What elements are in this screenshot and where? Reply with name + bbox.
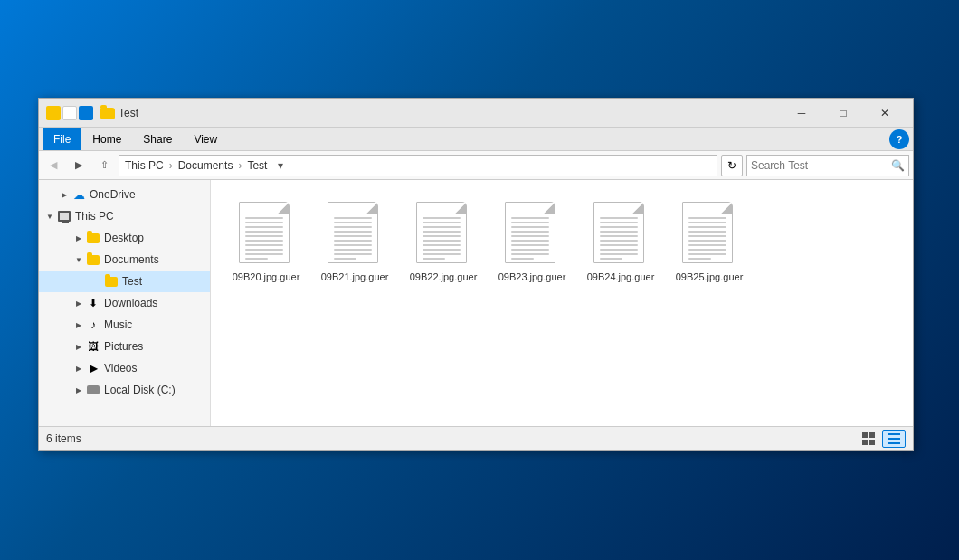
- music-icon: ♪: [86, 318, 100, 332]
- breadcrumb-documents[interactable]: Documents: [178, 159, 233, 172]
- sidebar-label-pictures: Pictures: [104, 340, 143, 353]
- sidebar-label-localdisk: Local Disk (C:): [104, 384, 176, 396]
- help-button[interactable]: ?: [889, 129, 909, 149]
- maximize-button[interactable]: □: [822, 99, 864, 128]
- titlebar-action-blue[interactable]: [79, 106, 93, 120]
- address-bar: ◀ ▶ ⇧ This PC › Documents › Test ▾ ↻ 🔍: [39, 151, 913, 180]
- file-line: [600, 244, 638, 246]
- file-item[interactable]: 09B20.jpg.guer: [225, 195, 307, 290]
- file-line: [423, 222, 461, 223]
- file-line: [334, 240, 372, 242]
- file-icon: [682, 202, 736, 267]
- file-icon: [328, 202, 382, 267]
- sidebar-label-music: Music: [104, 318, 132, 331]
- toggle-documents[interactable]: ▼: [71, 252, 86, 267]
- file-line: [511, 235, 549, 237]
- desktop-folder-icon: [86, 231, 100, 245]
- file-line: [334, 244, 372, 246]
- videos-icon: ▶: [86, 361, 100, 375]
- sidebar-label-thispc: This PC: [75, 210, 114, 223]
- toggle-desktop[interactable]: ▶: [71, 231, 86, 245]
- sidebar-item-downloads[interactable]: ▶ ⬇ Downloads: [39, 292, 210, 314]
- breadcrumb-test[interactable]: Test: [247, 159, 267, 172]
- close-button[interactable]: ✕: [864, 99, 906, 128]
- sidebar-item-test[interactable]: Test: [39, 271, 210, 292]
- file-item[interactable]: 09B22.jpg.guer: [403, 195, 484, 290]
- forward-button[interactable]: ▶: [68, 155, 90, 176]
- svg-rect-4: [888, 433, 900, 435]
- address-dropdown-arrow[interactable]: ▾: [271, 155, 289, 176]
- sidebar-item-documents[interactable]: ▼ Documents: [39, 249, 210, 271]
- file-name: 09B20.jpg.guer: [233, 271, 300, 283]
- svg-rect-5: [888, 438, 900, 440]
- menu-tab-home[interactable]: Home: [81, 128, 132, 150]
- address-input[interactable]: This PC › Documents › Test ▾: [119, 155, 717, 176]
- titlebar-action-white[interactable]: [62, 106, 77, 120]
- toggle-thispc[interactable]: ▼: [43, 209, 57, 223]
- search-box[interactable]: 🔍: [746, 155, 909, 176]
- file-line: [334, 222, 372, 223]
- minimize-button[interactable]: ─: [781, 99, 822, 128]
- file-item[interactable]: 09B21.jpg.guer: [314, 195, 395, 290]
- file-line: [423, 253, 461, 255]
- file-item[interactable]: 09B24.jpg.guer: [580, 195, 661, 290]
- toggle-onedrive[interactable]: ▶: [57, 187, 71, 202]
- file-line: [334, 235, 372, 237]
- main-area: ▶ ☁ OneDrive ▼ This PC ▶: [39, 180, 913, 426]
- file-line: [688, 226, 726, 228]
- svg-rect-2: [862, 440, 868, 445]
- menu-tab-share[interactable]: Share: [132, 128, 183, 150]
- file-line: [245, 231, 283, 233]
- file-line: [245, 240, 283, 242]
- toggle-downloads[interactable]: ▶: [71, 296, 86, 310]
- file-lines: [688, 217, 726, 262]
- list-view-button[interactable]: [882, 430, 906, 448]
- sidebar-item-localdisk[interactable]: ▶ Local Disk (C:): [39, 379, 210, 401]
- file-line: [600, 231, 638, 233]
- sidebar-item-desktop[interactable]: ▶ Desktop: [39, 227, 210, 249]
- breadcrumb-thispc[interactable]: This PC: [125, 159, 164, 172]
- sidebar-label-onedrive: OneDrive: [90, 188, 136, 201]
- file-page: [593, 202, 644, 263]
- toggle-pictures[interactable]: ▶: [71, 339, 86, 354]
- search-button[interactable]: 🔍: [891, 159, 905, 172]
- file-item[interactable]: 09B25.jpg.guer: [669, 195, 750, 290]
- titlebar-action-yellow[interactable]: [46, 106, 61, 120]
- sidebar-item-videos[interactable]: ▶ ▶ Videos: [39, 357, 210, 379]
- svg-rect-3: [869, 440, 875, 445]
- file-line: [245, 253, 283, 255]
- file-line: [511, 217, 549, 219]
- menu-tab-view[interactable]: View: [183, 128, 228, 150]
- file-line: [688, 244, 726, 246]
- toggle-localdisk[interactable]: ▶: [71, 383, 86, 397]
- view-toggles: [857, 430, 906, 448]
- title-bar: Test ─ □ ✕: [39, 99, 913, 128]
- toggle-music[interactable]: ▶: [71, 318, 86, 332]
- file-line: [511, 244, 549, 246]
- menu-tab-file[interactable]: File: [43, 128, 81, 150]
- file-line: [423, 217, 461, 219]
- folder-icon: [100, 108, 115, 119]
- file-line: [423, 249, 461, 251]
- sidebar-item-music[interactable]: ▶ ♪ Music: [39, 314, 210, 336]
- grid-view-button[interactable]: [857, 430, 880, 448]
- refresh-button[interactable]: ↻: [721, 155, 743, 176]
- file-icon: [239, 202, 293, 267]
- list-view-icon: [888, 432, 900, 445]
- file-line: [688, 217, 726, 219]
- sidebar-item-pictures[interactable]: ▶ 🖼 Pictures: [39, 336, 210, 357]
- sidebar-item-onedrive[interactable]: ▶ ☁ OneDrive: [39, 184, 210, 205]
- file-page: [416, 202, 467, 263]
- file-explorer-window: Test ─ □ ✕ File Home Share View ? ◀ ▶ ⇧ …: [38, 98, 914, 451]
- thispc-icon: [57, 209, 71, 223]
- file-line: [423, 244, 461, 246]
- toggle-videos[interactable]: ▶: [71, 361, 86, 375]
- file-item[interactable]: 09B23.jpg.guer: [491, 195, 573, 290]
- search-input[interactable]: [751, 159, 891, 172]
- sidebar-item-thispc[interactable]: ▼ This PC: [39, 205, 210, 227]
- documents-folder-icon: [86, 252, 100, 267]
- back-button[interactable]: ◀: [43, 155, 64, 176]
- file-page: [682, 202, 733, 263]
- up-button[interactable]: ⇧: [93, 155, 115, 176]
- downloads-icon: ⬇: [86, 296, 100, 310]
